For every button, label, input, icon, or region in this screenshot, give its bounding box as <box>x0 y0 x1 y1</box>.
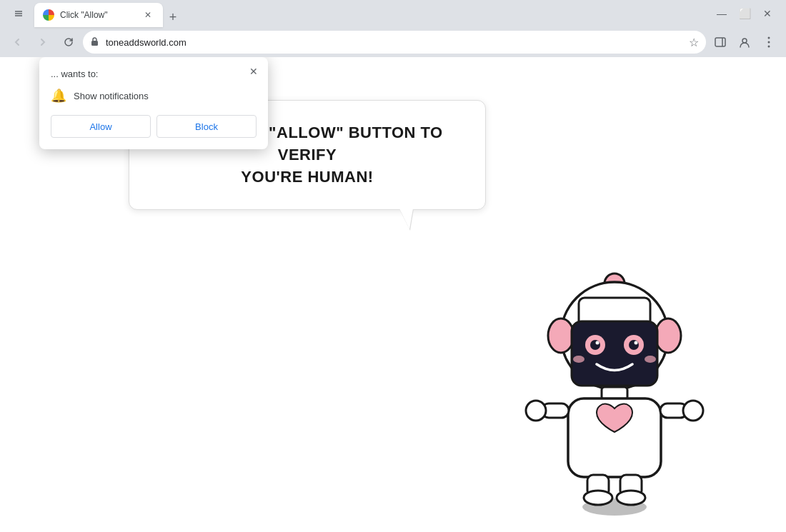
svg-rect-1 <box>715 38 725 46</box>
svg-point-19 <box>596 341 600 345</box>
notification-popup: ✕ ... wants to: 🔔 Show notifications All… <box>39 57 268 149</box>
svg-point-4 <box>768 37 770 39</box>
popup-notification-text: Show notifications <box>74 91 149 101</box>
title-bar: Click "Allow" ✕ + — ⬜ ✕ <box>0 0 786 27</box>
url-bar-wrapper: ☆ <box>83 31 706 54</box>
close-button[interactable]: ✕ <box>757 4 777 24</box>
svg-point-6 <box>768 46 770 48</box>
svg-point-22 <box>645 356 656 363</box>
allow-button[interactable]: Allow <box>51 115 151 138</box>
tab-title: Click "Allow" <box>60 10 136 20</box>
popup-buttons: Allow Block <box>51 115 257 138</box>
active-tab[interactable]: Click "Allow" ✕ <box>34 3 163 27</box>
menu-button[interactable] <box>757 31 780 54</box>
robot-illustration <box>514 246 715 518</box>
svg-point-12 <box>655 318 681 353</box>
browser-window: Click "Allow" ✕ + — ⬜ ✕ <box>0 0 786 532</box>
maximize-button[interactable]: ⬜ <box>735 4 755 24</box>
svg-point-17 <box>590 340 600 350</box>
popup-notification-row: 🔔 Show notifications <box>51 88 257 104</box>
tab-button-area <box>6 4 31 24</box>
bell-icon: 🔔 <box>51 88 66 104</box>
svg-point-26 <box>526 401 546 421</box>
svg-point-30 <box>584 491 612 505</box>
sidebar-button[interactable] <box>709 31 732 54</box>
svg-point-18 <box>629 340 639 350</box>
page-content: PRESS THE "ALLOW" BUTTON TO VERIFY YOU'R… <box>0 57 786 532</box>
window-controls: — ⬜ ✕ <box>712 4 780 24</box>
svg-point-28 <box>683 401 703 421</box>
svg-point-21 <box>573 356 584 363</box>
svg-point-5 <box>768 41 770 44</box>
tab-favicon <box>43 9 54 21</box>
url-input[interactable] <box>83 31 706 54</box>
tab-list-button[interactable] <box>9 4 29 24</box>
minimize-button[interactable]: — <box>712 4 732 24</box>
profile-button[interactable] <box>733 31 756 54</box>
popup-close-button[interactable]: ✕ <box>245 63 262 80</box>
svg-point-20 <box>635 341 638 345</box>
tab-bar: Click "Allow" ✕ + <box>34 0 709 27</box>
svg-rect-14 <box>572 321 657 386</box>
tab-close-button[interactable]: ✕ <box>141 9 154 21</box>
forward-button[interactable] <box>31 31 54 54</box>
refresh-button[interactable] <box>57 31 80 54</box>
back-button[interactable] <box>6 31 29 54</box>
new-tab-button[interactable]: + <box>163 7 183 27</box>
svg-point-32 <box>617 491 645 505</box>
svg-point-11 <box>548 318 574 353</box>
svg-point-3 <box>742 39 747 43</box>
block-button[interactable]: Block <box>156 115 257 138</box>
address-bar: ☆ <box>0 27 786 57</box>
popup-header: ... wants to: <box>51 69 257 79</box>
browser-action-buttons <box>709 31 780 54</box>
content-area: PRESS THE "ALLOW" BUTTON TO VERIFY YOU'R… <box>0 57 786 532</box>
bookmark-icon[interactable]: ☆ <box>689 36 699 49</box>
